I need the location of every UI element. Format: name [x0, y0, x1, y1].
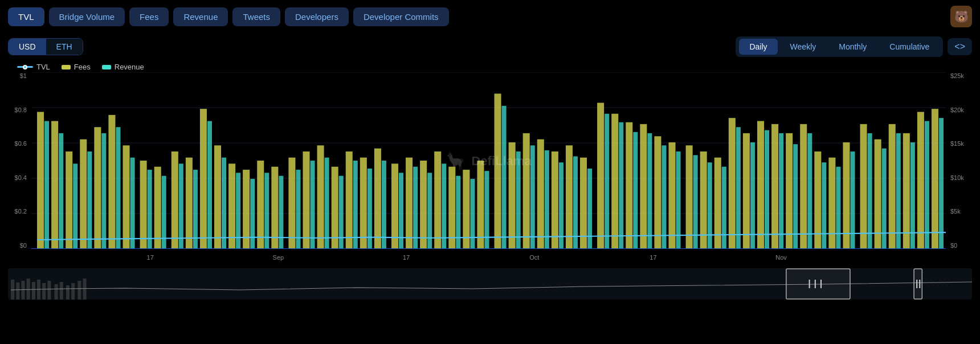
svg-rect-92 [668, 142, 675, 249]
svg-rect-8 [51, 121, 58, 249]
svg-rect-71 [516, 151, 521, 249]
y-right-20k: $20k [950, 107, 964, 113]
svg-rect-118 [860, 124, 867, 249]
svg-rect-7 [44, 121, 49, 249]
svg-rect-97 [708, 162, 712, 249]
svg-rect-119 [868, 133, 872, 249]
legend-revenue-label: Revenue [115, 63, 144, 71]
svg-rect-16 [108, 115, 115, 249]
y-left-06: $0.6 [15, 140, 27, 147]
embed-button[interactable]: <> [948, 38, 972, 55]
svg-rect-93 [676, 151, 681, 249]
bars [37, 93, 944, 249]
svg-rect-27 [193, 170, 198, 249]
tf-weekly[interactable]: Weekly [780, 39, 827, 55]
svg-rect-109 [793, 144, 798, 249]
svg-rect-40 [288, 158, 295, 249]
svg-rect-146 [786, 269, 850, 299]
svg-rect-76 [552, 151, 558, 249]
nav-tweets[interactable]: Tweets [232, 7, 280, 26]
svg-rect-107 [779, 133, 783, 249]
svg-rect-19 [130, 158, 135, 249]
svg-rect-75 [545, 150, 549, 249]
y-left-02: $0.2 [15, 208, 27, 215]
y-right-0: $0 [950, 242, 957, 249]
svg-rect-15 [101, 133, 106, 249]
svg-rect-69 [502, 106, 507, 249]
tf-daily[interactable]: Daily [739, 39, 777, 55]
minimap[interactable] [8, 268, 972, 300]
svg-rect-115 [836, 167, 840, 249]
svg-rect-30 [214, 145, 221, 249]
svg-rect-113 [822, 162, 826, 249]
svg-rect-20 [140, 161, 147, 249]
svg-rect-57 [413, 167, 418, 249]
timeframe-group: Daily Weekly Monthly Cumulative [736, 36, 943, 57]
svg-rect-108 [786, 133, 793, 249]
legend-revenue: Revenue [102, 63, 144, 71]
nav-bridge-volume[interactable]: Bridge Volume [49, 7, 125, 26]
minimap-svg [8, 268, 972, 300]
x-label-17-oct: 17 [650, 254, 656, 261]
nav-revenue[interactable]: Revenue [173, 7, 228, 26]
y-left-1: $1 [20, 72, 27, 79]
svg-rect-140 [55, 284, 58, 300]
svg-rect-42 [303, 151, 309, 249]
legend-row: TVL Fees Revenue [0, 60, 980, 72]
tf-cumulative[interactable]: Cumulative [879, 39, 940, 55]
currency-usd[interactable]: USD [9, 39, 46, 55]
svg-rect-83 [605, 114, 609, 249]
nav-developers[interactable]: Developers [285, 7, 349, 26]
svg-rect-100 [729, 118, 736, 249]
svg-rect-10 [66, 151, 72, 249]
y-right-25k: $25k [950, 72, 964, 79]
svg-rect-38 [271, 167, 278, 249]
svg-rect-106 [771, 124, 778, 249]
tf-monthly[interactable]: Monthly [828, 39, 877, 55]
svg-rect-61 [442, 163, 446, 249]
svg-rect-145 [83, 279, 86, 300]
svg-rect-49 [353, 161, 358, 249]
y-axis-right: $25k $20k $15k $10k $5k $0 [946, 72, 980, 249]
svg-rect-84 [611, 114, 618, 249]
svg-rect-89 [647, 133, 652, 249]
currency-eth[interactable]: ETH [46, 39, 83, 55]
chart-svg-wrapper: 🦙 DefiLlama [31, 72, 946, 249]
svg-rect-87 [633, 132, 638, 249]
nav-developer-commits[interactable]: Developer Commits [353, 7, 449, 26]
x-label-17-aug: 17 [147, 254, 154, 261]
y-left-08: $0.8 [15, 107, 27, 113]
svg-rect-141 [60, 282, 63, 300]
main-chart [31, 72, 946, 249]
nav-fees[interactable]: Fees [129, 7, 169, 26]
svg-rect-105 [765, 130, 769, 249]
svg-rect-62 [448, 167, 455, 249]
svg-rect-53 [382, 161, 386, 249]
svg-rect-128 [932, 109, 938, 249]
svg-rect-117 [850, 151, 855, 249]
avatar: 🐻 [950, 6, 972, 27]
svg-rect-124 [903, 133, 910, 249]
svg-rect-133 [16, 282, 19, 300]
legend-fees-label: Fees [74, 63, 91, 71]
svg-rect-134 [21, 281, 24, 300]
svg-rect-65 [470, 179, 475, 249]
svg-rect-28 [200, 109, 207, 249]
nav-tvl[interactable]: TVL [8, 7, 44, 26]
x-label-sep: Sep [273, 254, 284, 261]
svg-rect-18 [123, 145, 130, 249]
svg-rect-70 [509, 142, 516, 249]
svg-rect-11 [73, 163, 77, 249]
legend-fees: Fees [62, 63, 91, 71]
x-label-17-sep: 17 [403, 254, 410, 261]
svg-rect-52 [374, 149, 381, 249]
svg-rect-14 [94, 127, 101, 249]
svg-rect-60 [434, 151, 441, 249]
svg-rect-114 [828, 158, 835, 249]
currency-group: USD ETH [8, 38, 83, 55]
svg-rect-22 [154, 167, 161, 249]
svg-rect-56 [406, 158, 413, 249]
svg-rect-122 [889, 124, 896, 249]
svg-rect-123 [896, 133, 901, 249]
svg-rect-78 [566, 145, 573, 249]
